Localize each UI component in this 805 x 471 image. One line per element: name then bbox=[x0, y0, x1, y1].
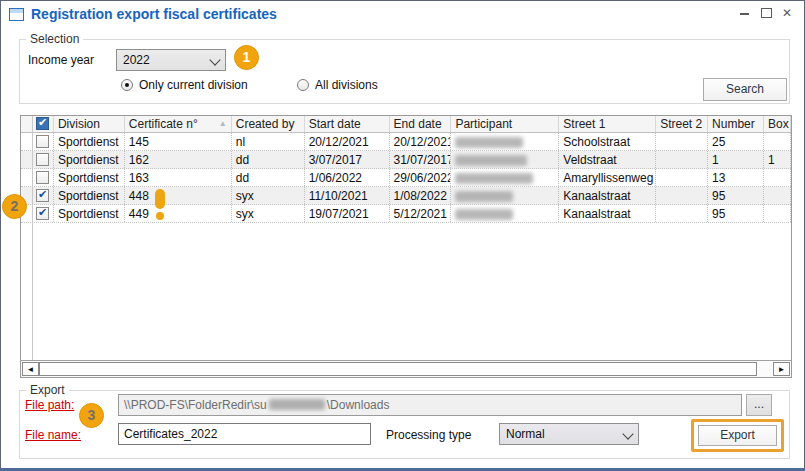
row-checkbox[interactable] bbox=[36, 207, 49, 220]
redacted-participant bbox=[455, 209, 513, 220]
column-header-certificate-n-[interactable]: Certificate n°▲ bbox=[125, 116, 232, 132]
column-header-label: Certificate n° bbox=[129, 117, 198, 131]
chevron-down-icon bbox=[209, 54, 220, 65]
table-cell: nl bbox=[232, 133, 305, 150]
exclamation-icon bbox=[155, 189, 165, 209]
select-all-checkbox[interactable] bbox=[36, 117, 49, 130]
scroll-right-button[interactable]: ► bbox=[773, 362, 790, 376]
table-cell: syx bbox=[232, 187, 305, 204]
horizontal-scrollbar[interactable]: ◄ ► bbox=[21, 360, 791, 377]
table-cell: 95 bbox=[708, 205, 764, 222]
table-cell: 95 bbox=[708, 187, 764, 204]
select-all-header-cell bbox=[33, 116, 54, 132]
row-indicator-header bbox=[21, 116, 33, 132]
column-header-label: Street 1 bbox=[563, 117, 605, 131]
row-indicator-cell bbox=[21, 151, 33, 168]
column-header-label: Street 2 bbox=[660, 117, 702, 131]
table-cell bbox=[764, 187, 791, 204]
scrollbar-thumb[interactable] bbox=[39, 362, 757, 376]
table-cell bbox=[451, 133, 559, 150]
minimize-button[interactable] bbox=[736, 5, 752, 21]
table-row[interactable]: Sportdienst162dd3/07/201731/07/2017Velds… bbox=[21, 151, 791, 169]
column-header-division[interactable]: Division bbox=[54, 116, 125, 132]
table-cell: Sportdienst bbox=[54, 151, 125, 168]
redacted-participant bbox=[455, 137, 523, 148]
table-cell: 29/06/2022 bbox=[390, 169, 452, 186]
table-row[interactable]: Sportdienst449syx19/07/20215/12/2021Kana… bbox=[21, 205, 791, 223]
annotation-badge-1: 1 bbox=[234, 45, 259, 70]
table-cell bbox=[451, 205, 559, 222]
column-header-street-2[interactable]: Street 2 bbox=[656, 116, 708, 132]
table-row[interactable]: Sportdienst163dd1/06/202229/06/2022Amary… bbox=[21, 169, 791, 187]
row-indicator-cell bbox=[21, 133, 33, 150]
table-cell: Veldstraat bbox=[559, 151, 656, 168]
table-cell: Sportdienst bbox=[54, 205, 125, 222]
table-cell bbox=[656, 205, 708, 222]
radio-only-current-division-label: Only current division bbox=[139, 78, 248, 92]
radio-all-divisions[interactable]: All divisions bbox=[297, 78, 378, 92]
chevron-down-icon bbox=[622, 428, 633, 439]
table-cell bbox=[451, 169, 559, 186]
radio-all-divisions-label: All divisions bbox=[315, 78, 378, 92]
exclamation-dot-icon bbox=[156, 212, 164, 220]
row-checkbox[interactable] bbox=[36, 171, 49, 184]
table-cell: dd bbox=[232, 169, 305, 186]
table-cell: 31/07/2017 bbox=[390, 151, 452, 168]
table-cell: 1 bbox=[764, 151, 791, 168]
row-checkbox[interactable] bbox=[36, 153, 49, 166]
table-cell: dd bbox=[232, 151, 305, 168]
export-button[interactable]: Export bbox=[698, 425, 777, 446]
table-row[interactable]: Sportdienst145nl20/12/202120/12/2021Scho… bbox=[21, 133, 791, 151]
redacted-participant bbox=[455, 173, 533, 184]
table-cell: 1 bbox=[708, 151, 764, 168]
column-header-created-by[interactable]: Created by bbox=[232, 116, 305, 132]
table-cell: 5/12/2021 bbox=[390, 205, 452, 222]
search-button[interactable]: Search bbox=[703, 78, 787, 101]
scroll-right-icon: ► bbox=[778, 365, 786, 374]
table-cell: 20/12/2021 bbox=[390, 133, 452, 150]
scroll-left-button[interactable]: ◄ bbox=[22, 362, 39, 376]
table-cell bbox=[451, 151, 559, 168]
table-cell: 163 bbox=[125, 169, 232, 186]
radio-only-current-division[interactable]: Only current division bbox=[121, 78, 248, 92]
row-checkbox[interactable] bbox=[36, 189, 49, 202]
income-year-select[interactable]: 2022 bbox=[116, 49, 226, 71]
file-path-prefix: \\PROD-FS\FolderRedir\su bbox=[124, 398, 267, 412]
table-cell: 1/06/2022 bbox=[305, 169, 390, 186]
export-group-label: Export bbox=[26, 383, 69, 397]
column-header-street-1[interactable]: Street 1 bbox=[559, 116, 656, 132]
window-icon bbox=[9, 8, 24, 21]
dialog-window: Registration export fiscal certificates … bbox=[0, 0, 805, 471]
maximize-button[interactable] bbox=[758, 5, 774, 21]
income-year-label: Income year bbox=[28, 53, 94, 67]
minimize-icon bbox=[740, 13, 749, 15]
table-cell: 19/07/2021 bbox=[305, 205, 390, 222]
certificates-table: DivisionCertificate n°▲Created byStart d… bbox=[20, 115, 792, 378]
row-checkbox-cell bbox=[33, 133, 54, 150]
column-header-participant[interactable]: Participant bbox=[451, 116, 559, 132]
column-header-number[interactable]: Number bbox=[708, 116, 764, 132]
row-checkbox[interactable] bbox=[36, 135, 49, 148]
table-cell bbox=[451, 187, 559, 204]
table-row[interactable]: Sportdienst448syx11/10/20211/08/2022Kana… bbox=[21, 187, 791, 205]
row-indicator-cell bbox=[21, 169, 33, 186]
table-body: Sportdienst145nl20/12/202120/12/2021Scho… bbox=[21, 133, 791, 223]
processing-type-select[interactable]: Normal bbox=[499, 423, 639, 445]
table-cell bbox=[764, 169, 791, 186]
table-cell: Sportdienst bbox=[54, 133, 125, 150]
table-cell: Sportdienst bbox=[54, 169, 125, 186]
browse-button[interactable]: ... bbox=[746, 394, 772, 416]
table-cell: 20/12/2021 bbox=[305, 133, 390, 150]
table-cell bbox=[656, 151, 708, 168]
column-header-start-date[interactable]: Start date bbox=[305, 116, 390, 132]
table-empty-area bbox=[21, 223, 791, 362]
column-header-end-date[interactable]: End date bbox=[390, 116, 452, 132]
column-header-box[interactable]: Box bbox=[764, 116, 791, 132]
file-name-input[interactable]: Certificates_2022 bbox=[118, 423, 371, 445]
income-year-value: 2022 bbox=[123, 53, 150, 67]
redacted-path-segment bbox=[269, 399, 325, 410]
table-cell: syx bbox=[232, 205, 305, 222]
table-cell: 25 bbox=[708, 133, 764, 150]
close-button[interactable]: ✕ bbox=[779, 5, 795, 21]
table-cell: 145 bbox=[125, 133, 232, 150]
